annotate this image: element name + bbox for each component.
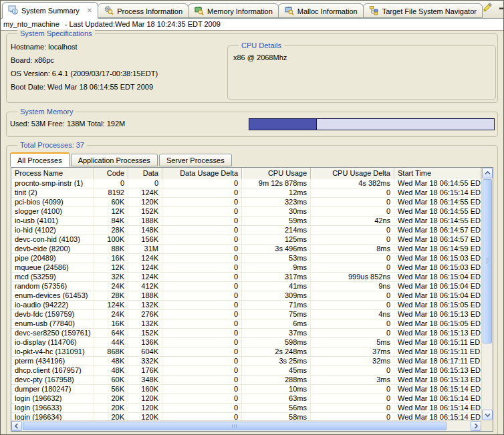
column-header-start-time[interactable]: Start Time [394, 168, 481, 179]
table-cell-start-time: Wed Mar 18 06:15:14 ED. [394, 404, 481, 412]
system-information-view: System Summary ✕ Process Information [0, 0, 504, 435]
tab-process-information[interactable]: Process Information [98, 3, 188, 18]
table-cell-cpu-usage: 41ms [242, 282, 311, 291]
table-cell-process-name: dhcp.client (167957) [11, 366, 94, 375]
table-cell-data: 188K [128, 216, 162, 225]
table-row[interactable]: pterm (434196)48K332K03s 25ms32msWed Mar… [11, 357, 481, 366]
table-cell-start-time: Wed Mar 18 06:15:11 ED. [394, 338, 481, 347]
table-cell-cpu-usage: 75ms [242, 310, 311, 319]
table-cell-process-name: pterm (434196) [11, 357, 94, 366]
vertical-scrollbar[interactable] [481, 168, 493, 420]
table-row[interactable]: devc-ser8250 (159761)64K152K037ms0Wed Ma… [11, 329, 481, 338]
tab-target-file-system-navigator[interactable]: Target File System Navigator [363, 3, 483, 18]
table-row[interactable]: io-audio (94222)124K132K071ms0Wed Mar 18… [11, 301, 481, 310]
table-cell-cpu-usage: 6ms [242, 319, 311, 328]
table-cell-cpu-usage-delta: 8ms [311, 245, 394, 253]
table-cell-data-usage-delta: 0 [162, 198, 242, 206]
table-row[interactable]: login (196633)20K120K056ms0Wed Mar 18 06… [11, 404, 481, 413]
table-cell-cpu-usage-delta: 0 [311, 235, 394, 244]
table-row[interactable]: procnto-smp-instr (1)0009m 12s 878ms4s 3… [11, 179, 481, 188]
table-row[interactable]: mcd (53259)32K124K0317ms999us 852nsWed M… [11, 273, 481, 282]
table-cell-data-usage-delta: 0 [162, 310, 242, 319]
table-cell-process-name: io-audio (94222) [11, 301, 94, 309]
table-cell-cpu-usage-delta: 0 [311, 301, 394, 309]
table-row[interactable]: pci-bios (4099)60K120K0323ms0Wed Mar 18 … [11, 198, 481, 207]
memory-information-icon [194, 5, 204, 17]
group-title: Total Processes: 37 [17, 141, 87, 149]
table-cell-data: 176K [128, 366, 162, 375]
table-cell-cpu-usage-delta: 0 [311, 291, 394, 300]
table-cell-data: 132K [128, 319, 162, 328]
malloc-information-icon [284, 5, 294, 17]
table-cell-cpu-usage: 288ms [242, 376, 311, 384]
table-cell-code: 8192 [94, 188, 128, 197]
table-row[interactable]: mqueue (24586)12K124K09ms0Wed Mar 18 06:… [11, 263, 481, 273]
table-cell-cpu-usage-delta: 0 [311, 394, 394, 403]
scroll-right-button[interactable] [471, 421, 481, 431]
table-row[interactable]: tinit (2)8192124K012ms0Wed Mar 18 06:15:… [11, 188, 481, 198]
table-cell-data-usage-delta: 0 [162, 207, 242, 216]
scroll-down-button[interactable] [482, 410, 493, 420]
tab-system-summary[interactable]: System Summary ✕ [2, 2, 98, 19]
column-header-data-usage-delta[interactable]: Data Usage Delta [162, 168, 242, 179]
table-cell-code: 20K [94, 404, 128, 412]
tab-application-processes[interactable]: Application Processes [71, 154, 158, 166]
table-row[interactable]: slogger (4100)12K152K030ms0Wed Mar 18 06… [11, 207, 481, 216]
column-header-cpu-usage-delta[interactable]: CPU Usage Delta [311, 168, 394, 179]
close-icon[interactable]: ✕ [87, 7, 92, 14]
group-title: System Specifications [17, 29, 95, 37]
scroll-up-button[interactable] [482, 168, 493, 178]
table-row[interactable]: dhcp.client (167957)48K176K045ms0Wed Mar… [11, 366, 481, 376]
minimize-icon[interactable] [499, 3, 504, 10]
table-cell-cpu-usage: 323ms [242, 198, 311, 206]
table-row[interactable]: pipe (20489)16K124K053ms0Wed Mar 18 06:1… [11, 254, 481, 263]
vertical-scroll-thumb[interactable] [483, 179, 492, 343]
column-header-cpu-usage[interactable]: CPU Usage [242, 168, 311, 179]
table-row[interactable]: devc-con-hid (4103)100K156K0125ms0Wed Ma… [11, 235, 481, 245]
tab-malloc-information[interactable]: Malloc Information [278, 3, 364, 18]
table-cell-process-name: slogger (4100) [11, 207, 94, 216]
table-row[interactable]: devb-eide (8200)88K31M03s 496ms8msWed Ma… [11, 245, 481, 254]
table-row[interactable]: io-pkt-v4-hc (131091)868K604K02s 248ms37… [11, 347, 481, 357]
table-cell-process-name: mqueue (24586) [11, 263, 94, 272]
table-cell-cpu-usage: 125ms [242, 235, 311, 244]
table-row[interactable]: random (57356)24K412K041ms9nsWed Mar 18 … [11, 282, 481, 291]
column-header-process-name[interactable]: Process Name [11, 168, 94, 179]
tab-label: Memory Information [207, 7, 273, 15]
table-cell-cpu-usage: 63ms [242, 394, 311, 403]
table-cell-cpu-usage-delta: 0 [311, 319, 394, 328]
table-cell-data: 124K [128, 254, 162, 263]
table-row[interactable]: devc-pty (167958)60K348K0288ms3msWed Mar… [11, 376, 481, 385]
table-cell-cpu-usage: 37ms [242, 329, 311, 337]
column-header-data[interactable]: Data [128, 168, 162, 179]
table-row[interactable]: io-hid (4102)28K148K0214ms0Wed Mar 18 06… [11, 226, 481, 235]
table-row[interactable]: login (196634)20K120K058ms0Wed Mar 18 06… [11, 413, 481, 420]
table-cell-data-usage-delta: 0 [162, 245, 242, 253]
tab-all-processes[interactable]: All Processes [10, 152, 70, 167]
table-cell-process-name: devc-con-hid (4103) [11, 235, 94, 244]
table-cell-data-usage-delta: 0 [162, 188, 242, 197]
table-cell-data: 120K [128, 394, 162, 403]
scroll-left-button[interactable] [11, 421, 22, 431]
table-cell-code: 12K [94, 263, 128, 272]
table-row[interactable]: devb-fdc (159759)24K276K075ms4nsWed Mar … [11, 310, 481, 319]
highlighter-icon[interactable] [482, 1, 493, 12]
table-row[interactable]: io-usb (4101)84K188K059ms42nsWed Mar 18 … [11, 216, 481, 226]
tab-server-processes[interactable]: Server Processes [159, 154, 232, 166]
table-cell-cpu-usage: 3s 496ms [242, 245, 311, 253]
table-row[interactable]: io-display (114706)44K136K0598ms5msWed M… [11, 338, 481, 347]
column-header-code[interactable]: Code [94, 168, 128, 179]
table-cell-start-time: Wed Mar 18 06:15:11 ED. [394, 347, 481, 356]
table-cell-cpu-usage: 317ms [242, 273, 311, 281]
horizontal-scroll-thumb[interactable] [23, 422, 447, 430]
table-cell-data: 124K [128, 273, 162, 281]
table-row[interactable]: login (196632)20K120K063ms0Wed Mar 18 06… [11, 394, 481, 404]
table-cell-start-time: Wed Mar 18 06:15:03 ED. [394, 263, 481, 272]
table-row[interactable]: dumper (180247)56K160K010ms0Wed Mar 18 0… [11, 385, 481, 394]
table-row[interactable]: enum-devices (61453)28K188K0309ms0Wed Ma… [11, 291, 481, 301]
horizontal-scrollbar[interactable] [11, 420, 481, 431]
tab-memory-information[interactable]: Memory Information [188, 3, 279, 18]
machine-name: my_nto_machine [3, 20, 59, 28]
table-row[interactable]: enum-usb (77840)16K132K06ms0Wed Mar 18 0… [11, 319, 481, 329]
table-cell-process-name: procnto-smp-instr (1) [11, 179, 94, 188]
